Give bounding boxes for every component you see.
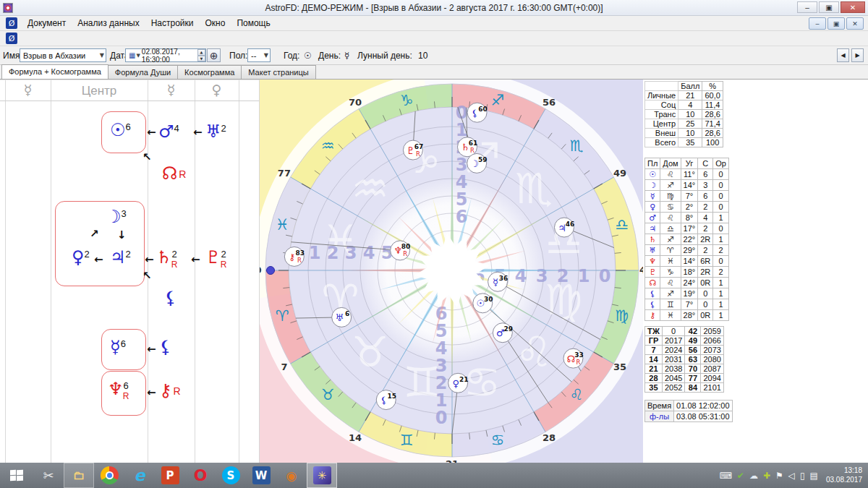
table-row: ♂♌8°41 — [645, 213, 729, 223]
formula-planet-sun[interactable]: ☉6 — [110, 121, 131, 139]
table-row: ф-лы03.08 05:31:00 — [645, 411, 733, 422]
planet-badge-retro: R — [297, 257, 302, 264]
taskbar-app-internet-explorer[interactable]: e — [124, 463, 155, 488]
table-cell: 2066 — [701, 336, 723, 346]
word-icon: W — [252, 466, 271, 484]
formula-arrow-4: ↓ — [117, 228, 127, 241]
tray-icon-0[interactable]: ⌨ — [720, 471, 732, 481]
taskbar-app-astrofd[interactable]: ✳ — [307, 463, 337, 488]
planet-badge-retro: R — [403, 250, 407, 257]
formula-planet-pluto[interactable]: ♇2R — [205, 249, 232, 266]
table-cell: 2 — [698, 223, 713, 234]
formula-planet-chiron[interactable]: ⚷R — [159, 382, 179, 399]
formula-planet-jupiter[interactable]: ♃2 — [110, 249, 131, 266]
formula-arrow-7: ← — [191, 253, 200, 266]
restore-button[interactable]: ▣ — [819, 1, 839, 13]
chevron-down-icon[interactable]: ▼ — [136, 53, 140, 59]
taskbar-app-opera[interactable]: O — [185, 463, 216, 488]
start-button[interactable] — [0, 463, 33, 488]
table-row: 142031632080 — [645, 355, 724, 364]
tab-2[interactable]: Космограмма — [177, 65, 242, 79]
app-menu-icon[interactable]: Ø — [6, 17, 17, 29]
table-row: 282045772094 — [645, 374, 724, 383]
tray-icon-5[interactable]: ◁ — [788, 471, 795, 481]
table-cell: 0 — [713, 191, 729, 202]
tray-icon-7[interactable]: ▤ — [810, 471, 818, 481]
globe-button[interactable]: ⊕ — [207, 48, 221, 62]
planet-table: ПлДомУгСОр☉♌11°60☽♐14°30☿♍7°60♀♋2°20♂♌8°… — [644, 158, 729, 321]
table-cell: Личные — [645, 91, 678, 100]
day-mercury-icon: ☿ — [344, 51, 349, 61]
taskbar-app-file-explorer[interactable]: 🗀 — [64, 463, 94, 488]
wheel-ring-number: 1 — [309, 243, 321, 263]
tab-1[interactable]: Формула Души — [108, 65, 178, 79]
formula-planet-mars[interactable]: ♂4 — [158, 123, 179, 140]
menu-item-0[interactable]: Документ — [22, 17, 72, 30]
name-value: Взрыв в Абхазии — [23, 51, 85, 60]
table-cell: 77 — [685, 374, 701, 383]
minimize-button[interactable]: – — [797, 1, 817, 13]
table-cell: ☿ — [645, 191, 660, 202]
date-spinner[interactable]: ▲▼ — [197, 49, 205, 61]
prev-button[interactable]: ◀ — [837, 48, 849, 62]
year-label: Год: — [284, 51, 299, 61]
menu-item-2[interactable]: Настройки — [145, 17, 200, 30]
wheel-sign-glyph: ♉ — [321, 386, 335, 403]
name-combo[interactable]: Взрыв в Абхазии ▼ — [20, 48, 106, 62]
formula-planet-uranus[interactable]: ♅2 — [205, 123, 226, 140]
table-cell: Соц — [645, 100, 678, 110]
tray-icon-2[interactable]: ☁ — [749, 471, 758, 481]
formula-planet-neptune[interactable]: ♆6R — [108, 380, 135, 398]
planet-badge-retro: R — [470, 147, 475, 154]
taskbar-app-skype[interactable]: S — [216, 463, 246, 488]
menu-item-3[interactable]: Окно — [199, 17, 231, 30]
formula-planet-mercury[interactable]: ☿6 — [110, 338, 126, 356]
formula-planet-moon[interactable]: ☽3 — [106, 208, 127, 226]
formula-planet-selena[interactable]: ⚸ — [159, 338, 172, 356]
taskbar-app-word[interactable]: W — [246, 463, 276, 488]
tray-icon-3[interactable]: ✚ — [763, 471, 770, 481]
formula-planet-lilith[interactable]: ⚸ — [164, 289, 177, 307]
date-input[interactable]: ▦ ▼ 02.08.2017, 16:30:00 ▲▼ — [125, 48, 206, 62]
tray-icon-1[interactable]: ✔ — [737, 471, 744, 481]
retrograde-mark: R — [171, 260, 178, 270]
table-row: Внеш1028,6 — [645, 129, 723, 138]
taskbar-app-snipping-tool[interactable]: ✂ — [33, 463, 64, 488]
new-document-button[interactable]: Ø — [6, 33, 17, 44]
formula-planet-venus[interactable]: ♀2 — [72, 249, 90, 266]
taskbar-app-image-viewer[interactable]: ◉ — [276, 463, 307, 488]
close-button[interactable]: ✕ — [841, 1, 865, 13]
table-cell: 10 — [678, 129, 702, 138]
tray-icon-6[interactable]: ▯ — [800, 471, 805, 481]
tray-icon-4[interactable]: ⚑ — [775, 471, 783, 481]
table-row: ♅♈29°22 — [645, 245, 729, 256]
wheel-age-label: 7 — [281, 361, 287, 372]
formula-header-3: ♀ — [195, 82, 239, 98]
taskbar-clock[interactable]: 13:18 03.08.2017 — [826, 466, 862, 484]
formula-planet-node[interactable]: ☊R — [162, 165, 184, 182]
table-cell: ♐ — [660, 234, 681, 245]
formula-planet-saturn[interactable]: ♄2R — [156, 249, 183, 266]
formula-header-2: ☿ — [148, 82, 195, 98]
taskbar-app-powerpoint[interactable]: P — [155, 463, 185, 488]
menu-item-1[interactable]: Анализ данных — [72, 17, 145, 30]
sex-combo[interactable]: -- ▼ — [247, 48, 271, 62]
formula-arrow-9: ← — [147, 343, 156, 356]
mdi-minimize-button[interactable]: – — [809, 17, 826, 30]
mdi-close-button[interactable]: ✕ — [846, 17, 864, 30]
menu-item-4[interactable]: Помощь — [231, 17, 276, 30]
mdi-restore-button[interactable]: ▣ — [827, 17, 845, 30]
planet-badge-age: 15 — [387, 393, 396, 400]
table-cell: ♓ — [660, 256, 681, 267]
table-row: Центр2571,4 — [645, 119, 723, 129]
next-button[interactable]: ▶ — [851, 48, 864, 62]
table-cell: ♂ — [645, 213, 660, 223]
tab-3[interactable]: Макет страницы — [241, 65, 315, 79]
taskbar-app-chrome[interactable] — [94, 463, 124, 488]
tab-0[interactable]: Формула + Космограмма — [1, 64, 109, 79]
calendar-icon[interactable]: ▦ — [129, 51, 135, 59]
wheel-sign-glyph: ♌ — [569, 386, 583, 403]
wheel-ring-number: 3 — [536, 266, 548, 286]
table-cell: 2 — [713, 245, 729, 256]
table-row: Соц411,4 — [645, 100, 723, 110]
